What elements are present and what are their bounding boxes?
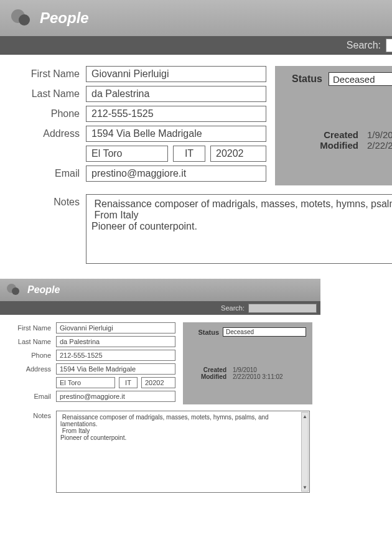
notes-field[interactable]: Renaissance composer of madrigals, masse… [86, 194, 392, 264]
scrollbar[interactable]: ▲ ▼ [301, 412, 309, 492]
app-header: People [0, 279, 320, 301]
email-label: Email [7, 393, 51, 400]
status-panel: Status Deceased Created 1/9/2010 Modifie… [183, 322, 312, 404]
people-icon [9, 7, 31, 29]
phone-field[interactable] [56, 350, 175, 361]
status-label: Status [292, 73, 322, 85]
scroll-up-icon[interactable]: ▲ [302, 413, 308, 420]
phone-label: Phone [11, 108, 80, 119]
last-name-field[interactable] [86, 86, 266, 102]
street-field[interactable] [56, 363, 175, 375]
search-label: Search: [347, 40, 381, 51]
phone-field[interactable] [86, 106, 266, 122]
created-label: Created [284, 129, 358, 140]
state-field[interactable] [119, 377, 138, 388]
last-name-label: Last Name [7, 338, 51, 345]
last-name-field[interactable] [56, 336, 175, 347]
modified-label: Modified [189, 373, 226, 380]
city-field[interactable] [56, 377, 115, 388]
created-value: 1/9/2010 [367, 129, 392, 140]
status-label: Status [189, 329, 219, 336]
notes-field[interactable]: Renaissance composer of madrigals, masse… [56, 411, 310, 493]
page-title: People [40, 9, 89, 27]
state-field[interactable] [173, 146, 205, 162]
zip-field[interactable] [210, 146, 266, 162]
people-icon [5, 282, 21, 298]
scroll-down-icon[interactable]: ▼ [302, 483, 308, 491]
address-label: Address [7, 365, 51, 373]
search-input[interactable] [248, 304, 317, 313]
first-name-field[interactable] [56, 322, 175, 333]
status-panel: Status Deceased Created 1/9/2010 Modifie… [275, 66, 392, 185]
search-input[interactable] [386, 39, 392, 52]
first-name-field[interactable] [86, 66, 266, 82]
email-label: Email [11, 168, 80, 179]
email-field[interactable] [86, 166, 266, 182]
first-name-label: First Name [7, 324, 51, 332]
notes-label: Notes [11, 194, 80, 264]
email-field[interactable] [56, 391, 175, 402]
phone-label: Phone [7, 352, 51, 359]
search-label: Search: [221, 304, 245, 312]
status-field[interactable]: Deceased [329, 72, 392, 86]
modified-label: Modified [284, 140, 358, 151]
created-value: 1/9/2010 [233, 366, 257, 373]
search-bar: Search: [0, 301, 320, 315]
modified-value: 2/22/20 [367, 140, 392, 151]
modified-value: 2/22/2010 3:11:02 [233, 373, 283, 380]
search-bar: Search: [0, 36, 392, 55]
app-header: People [0, 0, 392, 36]
notes-label: Notes [7, 411, 51, 493]
status-field[interactable]: Deceased [223, 327, 306, 337]
last-name-label: Last Name [11, 88, 80, 100]
street-field[interactable] [86, 126, 266, 142]
city-field[interactable] [86, 146, 168, 162]
created-label: Created [189, 366, 226, 373]
page-title: People [27, 284, 60, 296]
address-label: Address [11, 128, 80, 139]
first-name-label: First Name [11, 68, 80, 80]
zip-field[interactable] [141, 377, 175, 388]
